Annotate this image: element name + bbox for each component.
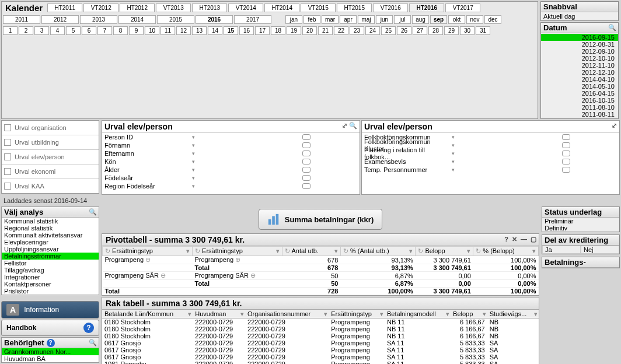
pivot-col-header[interactable]: ↻ % (Belopp)▾ xyxy=(473,247,539,256)
status-item[interactable]: Definitiv xyxy=(542,225,619,232)
dropdown-icon[interactable]: ▾ xyxy=(452,142,458,148)
term-cell[interactable]: HT2012 xyxy=(120,4,155,12)
day-cell[interactable]: 18 xyxy=(271,26,285,35)
rak-table[interactable]: Betalande Län/Kommun▾Huvudman▾Organisati… xyxy=(102,310,539,364)
datum-item[interactable]: 2011-08-11 xyxy=(541,111,618,118)
year-cell[interactable]: 2011 xyxy=(3,15,40,24)
analys-item[interactable]: Tillägg/avdrag xyxy=(2,267,99,274)
checkbox-icon[interactable] xyxy=(4,183,11,190)
dropdown-icon[interactable]: ▾ xyxy=(192,175,198,181)
day-cell[interactable]: 7 xyxy=(97,26,112,35)
day-cell[interactable]: 9 xyxy=(129,26,144,35)
pivot-col-header[interactable]: ↻ Ersättningstyp▾ xyxy=(103,247,193,256)
dropdown-icon[interactable]: ▾ xyxy=(192,134,198,140)
datum-item[interactable]: 2016-10-15 xyxy=(541,97,618,104)
day-cell[interactable]: 31 xyxy=(476,26,490,35)
datum-item[interactable]: 2016-04-15 xyxy=(541,90,618,97)
nav-item[interactable]: Urval KAA xyxy=(2,179,99,193)
day-cell[interactable]: 4 xyxy=(50,26,65,35)
day-cell[interactable]: 17 xyxy=(255,26,270,35)
year-cell[interactable]: 2014 xyxy=(118,15,156,24)
month-cell[interactable]: apr xyxy=(340,15,357,24)
snabbval-item[interactable]: Aktuell dag xyxy=(541,13,618,20)
month-cell[interactable]: feb xyxy=(303,15,320,24)
urval-checkbox[interactable] xyxy=(302,175,310,181)
urval-checkbox[interactable] xyxy=(562,134,570,140)
datum-item[interactable]: 2016-09-15 xyxy=(541,34,618,41)
pivot-row[interactable]: Programpeng SÄR ⊖Programpeng SÄR ⊕506,87… xyxy=(103,272,539,280)
rak-col-header[interactable]: Huvudman▾ xyxy=(193,310,245,318)
urval-checkbox[interactable] xyxy=(302,183,310,189)
datum-item[interactable]: 2012-10-10 xyxy=(541,55,618,62)
pivot-col-header[interactable]: ↻ Antal utb.▾ xyxy=(282,247,341,256)
dropdown-icon[interactable]: ▾ xyxy=(192,167,198,173)
search-icon[interactable]: 🔍 xyxy=(349,122,357,129)
information-button[interactable]: A Information xyxy=(1,301,99,318)
rak-row[interactable]: 0617 Gnosjö222000-0729222000-0729Program… xyxy=(102,346,539,354)
day-cell[interactable]: 29 xyxy=(444,26,459,35)
day-cell[interactable]: 2 xyxy=(19,26,33,35)
term-cell[interactable]: HT2013 xyxy=(192,4,227,12)
day-cell[interactable]: 13 xyxy=(192,26,207,35)
month-cell[interactable]: jun xyxy=(376,15,393,24)
rak-col-header[interactable]: Betalningsmodell▾ xyxy=(385,310,451,318)
month-cell[interactable]: sep xyxy=(430,15,447,24)
day-cell[interactable]: 20 xyxy=(302,26,317,35)
datum-item[interactable]: 2014-04-10 xyxy=(541,76,618,83)
day-cell[interactable]: 21 xyxy=(318,26,333,35)
analys-item[interactable]: Kommunalt aktivitetsansvar xyxy=(2,232,99,239)
day-cell[interactable]: 6 xyxy=(82,26,96,35)
term-cell[interactable]: VT2014 xyxy=(228,4,263,12)
day-cell[interactable]: 28 xyxy=(428,26,443,35)
dropdown-icon[interactable]: ▾ xyxy=(192,142,198,148)
month-cell[interactable]: jul xyxy=(394,15,411,24)
dropdown-icon[interactable]: ▾ xyxy=(192,150,198,156)
rak-row[interactable]: 1081 Ronneby222000-0729222000-0729Progra… xyxy=(102,360,539,364)
term-cell[interactable]: VT2015 xyxy=(301,4,336,12)
rak-row[interactable]: 0180 Stockholm222000-0729222000-0729Prog… xyxy=(102,326,539,332)
export-icon[interactable]: ✕ xyxy=(512,236,517,243)
checkbox-icon[interactable] xyxy=(4,139,11,146)
expand-icon[interactable]: ⤢ xyxy=(612,122,617,129)
pivot-table[interactable]: ↻ Ersättningstyp▾↻ Ersättningstyp▾↻ Anta… xyxy=(102,246,539,295)
rak-row[interactable]: 0180 Stockholm222000-0729222000-0729Prog… xyxy=(102,332,539,340)
year-cell[interactable]: 2012 xyxy=(41,15,79,24)
term-cell[interactable]: VT2012 xyxy=(83,4,118,12)
day-cell[interactable]: 23 xyxy=(350,26,364,35)
day-cell[interactable]: 30 xyxy=(460,26,475,35)
year-cell[interactable]: 2017 xyxy=(234,15,271,24)
urval-checkbox[interactable] xyxy=(302,159,310,164)
rak-col-header[interactable]: Belopp▾ xyxy=(451,310,487,318)
day-cell[interactable]: 5 xyxy=(66,26,81,35)
delav-nej[interactable]: Nej xyxy=(581,246,619,254)
term-cell[interactable]: HT2014 xyxy=(264,4,299,12)
search-icon[interactable]: 🔍 xyxy=(89,339,97,346)
day-cell[interactable]: 22 xyxy=(334,26,348,35)
term-cell[interactable]: VT2013 xyxy=(156,4,191,12)
datum-item[interactable]: 2012-11-10 xyxy=(541,62,618,69)
urval-checkbox[interactable] xyxy=(562,167,570,173)
help-icon[interactable]: ? xyxy=(47,339,55,347)
checkbox-icon[interactable] xyxy=(4,153,11,160)
month-cell[interactable]: okt xyxy=(448,15,465,24)
pivot-row[interactable]: Total 506,87%0,000,00% xyxy=(103,280,539,288)
day-cell[interactable]: 12 xyxy=(176,26,191,35)
datum-item[interactable]: 2012-08-31 xyxy=(541,41,618,48)
rak-row[interactable]: 0617 Gnosjö222000-0729222000-0729Program… xyxy=(102,340,539,346)
month-cell[interactable]: maj xyxy=(358,15,375,24)
month-cell[interactable]: dec xyxy=(484,15,501,24)
analys-item[interactable]: Integrationer xyxy=(2,274,99,281)
rak-row[interactable]: 0180 Stockholm222000-0729222000-0729Prog… xyxy=(102,318,539,326)
rak-col-header[interactable]: Betalande Län/Kommun▾ xyxy=(102,310,193,318)
day-cell[interactable]: 10 xyxy=(145,26,159,35)
day-cell[interactable]: 16 xyxy=(239,26,254,35)
dropdown-icon[interactable]: ▾ xyxy=(452,134,458,140)
term-cell[interactable]: VT2017 xyxy=(445,4,480,12)
urval-checkbox[interactable] xyxy=(302,167,310,173)
nav-item[interactable]: Urval organisation xyxy=(2,121,99,135)
minimize-icon[interactable]: — xyxy=(521,236,527,243)
analys-item[interactable]: Kommunal statistik xyxy=(2,218,99,225)
day-cell[interactable]: 3 xyxy=(34,26,49,35)
urval-checkbox[interactable] xyxy=(562,159,570,164)
nav-item[interactable]: Urval ekonomi xyxy=(2,164,99,179)
